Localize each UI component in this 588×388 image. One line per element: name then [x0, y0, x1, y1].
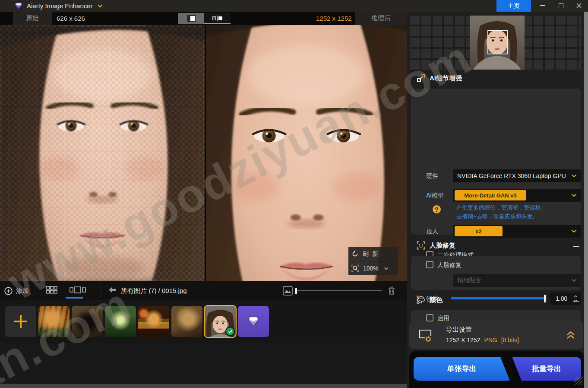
title-chevron-down-icon[interactable] — [97, 4, 103, 8]
face-restore-checkbox[interactable] — [426, 261, 433, 268]
thumbnail-terrarium[interactable] — [105, 306, 136, 337]
face-settings-card: 人脸修复 精细融合 — [411, 256, 581, 290]
export-batch-button[interactable]: 批量导出 — [512, 357, 581, 381]
scale-dropdown[interactable]: x2 — [453, 225, 581, 238]
refresh-button[interactable]: 刷 新 — [348, 247, 398, 261]
face-collapse-button[interactable] — [573, 246, 579, 247]
thumbnail-burger[interactable] — [138, 306, 169, 337]
color-palette-icon — [417, 296, 425, 304]
maximize-button[interactable] — [556, 1, 565, 10]
thumbnail-strip — [0, 300, 407, 343]
face-restore-label[interactable]: 人脸修复 — [437, 261, 462, 269]
thumbnail-aiarty-logo[interactable] — [238, 306, 269, 337]
face-section-title: 人脸修复 — [430, 242, 455, 250]
face-mode-dropdown[interactable]: 精细融合 — [453, 274, 581, 287]
hardware-value: NVIDIA GeForce RTX 3060 Laptop GPU — [457, 172, 566, 179]
thumb-size-slider-track[interactable] — [296, 290, 382, 291]
model-desc-line2: 去模糊+去噪，改善皮肤和头发。 — [456, 213, 538, 220]
close-button[interactable] — [575, 1, 583, 10]
color-section-title: 颜色 — [430, 296, 443, 304]
resize-grip[interactable] — [575, 377, 582, 385]
single-view-icon — [187, 15, 196, 22]
thumbnail-butterfly[interactable] — [72, 306, 103, 337]
thumbnail-tiger[interactable] — [38, 306, 70, 337]
filmstrip-view-icon — [70, 286, 86, 294]
refresh-icon — [351, 250, 359, 258]
hardware-dropdown[interactable]: NVIDIA GeForce RTX 3060 Laptop GPU — [453, 169, 581, 182]
trash-icon — [387, 286, 396, 295]
breadcrumb[interactable]: 所有图片 (7) / 0015.jpg — [121, 287, 187, 295]
library-toolbar: 添加 所有图片 (7) / 0015.jpg — [0, 281, 407, 300]
bottom-empty-area — [0, 343, 407, 384]
image-viewer[interactable] — [0, 25, 407, 281]
home-button[interactable]: 主页 — [496, 0, 531, 12]
horizontal-scrollbar[interactable] — [0, 384, 407, 388]
zoom-chevron-down-icon — [384, 267, 389, 270]
image-before[interactable] — [0, 25, 205, 281]
export-settings-card[interactable]: 导出设置 1252 X 1252 PNG [8 bits] — [409, 321, 583, 349]
app-title: Aiarty Image Enhancer — [27, 2, 93, 10]
selected-check-badge — [225, 327, 235, 336]
export-bits: [8 bits] — [501, 337, 519, 343]
filmstrip-view-button[interactable] — [70, 286, 86, 296]
model-label: AI模型 — [426, 192, 444, 200]
grid-view-icon — [46, 286, 57, 294]
scale-chevron-icon — [571, 229, 577, 233]
export-single-button[interactable]: 单张导出 — [414, 357, 510, 381]
section-face-restore: 人脸修复 — [417, 241, 455, 250]
single-view-button[interactable] — [178, 13, 204, 24]
settings-panel: AI细节增强 硬件 NVIDIA GeForce RTX 3060 Laptop… — [407, 12, 584, 388]
navigator-viewport-box[interactable] — [487, 30, 508, 54]
tab-result[interactable]: 推理后 — [355, 12, 407, 25]
original-size-label: 626 x 626 — [57, 12, 85, 25]
close-icon — [576, 3, 582, 8]
back-button[interactable] — [108, 286, 117, 296]
ai-section-title: AI细节增强 — [430, 74, 462, 83]
image-after[interactable] — [206, 25, 407, 281]
strength-slider-handle[interactable] — [544, 295, 546, 302]
face-mode-value: 精细融合 — [457, 277, 481, 284]
section-color: 颜色 — [417, 296, 443, 304]
add-label: 添加 — [16, 287, 29, 295]
face-restore-icon — [417, 241, 425, 250]
split-view-button[interactable] — [204, 13, 231, 24]
app-window: Aiarty Image Enhancer 主页 原始 626 x 626 12… — [0, 0, 588, 388]
delete-button[interactable] — [387, 286, 396, 297]
scale-value-pill: x2 — [455, 226, 503, 236]
add-plus-icon — [14, 315, 27, 328]
export-collapse-chevrons-icon[interactable] — [566, 331, 575, 340]
grid-view-button[interactable] — [46, 286, 57, 296]
thumbnail-add-tile[interactable] — [5, 306, 36, 337]
zoom-select[interactable]: 100% — [348, 261, 398, 275]
model-dropdown[interactable]: More-Detail GAN v3 — [453, 189, 581, 202]
scale-label: 放大 — [426, 228, 438, 235]
tab-original[interactable]: 原始 — [13, 12, 52, 25]
color-collapse-button[interactable] — [573, 301, 579, 302]
thumbnail-portrait-selected[interactable] — [205, 306, 236, 337]
color-enable-checkbox[interactable] — [426, 314, 433, 321]
strength-spinbox[interactable]: 1.00 — [550, 293, 581, 305]
model-help-button[interactable]: ? — [433, 205, 441, 213]
strength-slider-track[interactable] — [451, 297, 547, 299]
compare-divider[interactable] — [205, 25, 206, 281]
split-view-icon — [212, 16, 222, 21]
zoom-value: 100% — [363, 265, 379, 272]
thumbnail-steampunk-dog[interactable] — [171, 306, 202, 337]
vertical-scrollbar[interactable] — [584, 12, 588, 388]
app-logo-icon — [14, 1, 23, 11]
export-buttons-container: 单张导出 批量导出 — [409, 351, 584, 388]
zoom-icon — [351, 264, 359, 272]
thumb-size-slider-handle[interactable] — [295, 288, 297, 294]
export-size: 1252 X 1252 — [446, 337, 480, 343]
face-mode-chevron-icon — [571, 279, 577, 282]
export-format: PNG — [484, 337, 497, 343]
add-button[interactable]: 添加 — [4, 287, 29, 295]
viewer-controls: 刷 新 100% — [348, 247, 398, 275]
refresh-label: 刷 新 — [363, 250, 379, 258]
view-toolbar: 原始 626 x 626 1252 x 1252 推理后 — [0, 12, 407, 25]
minimize-button[interactable] — [538, 1, 547, 10]
model-desc-line1: 产生更多的细节，更清晰，更锐利。 — [456, 204, 546, 212]
export-title: 导出设置 — [446, 326, 472, 334]
model-value-pill: More-Detail GAN v3 — [455, 190, 526, 200]
ai-settings-card: 硬件 NVIDIA GeForce RTX 3060 Laptop GPU AI… — [411, 89, 581, 235]
